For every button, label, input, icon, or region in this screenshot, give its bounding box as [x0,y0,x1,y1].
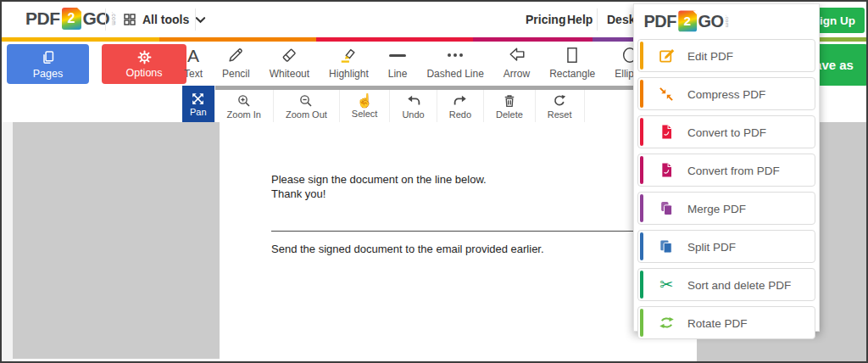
menu-item-convert-to-pdf[interactable]: Convert to PDF [637,115,815,148]
document-paragraph: Send the signed document to the email pr… [271,242,544,256]
pan-icon [191,92,205,106]
menu-item-rotate-pdf[interactable]: Rotate PDF [637,306,815,339]
logo-go-text: GO [698,12,724,31]
menu-item-split-pdf[interactable]: Split PDF [637,230,815,263]
tool-highlight[interactable]: Highlight [321,44,376,84]
gear-icon [136,49,153,65]
header-divider [105,8,106,31]
accent-bar [640,232,643,260]
tool-dashed-line[interactable]: Dashed Line [419,44,491,84]
highlighter-icon [339,45,358,65]
pdf-file-icon [657,123,676,142]
annotation-tools: A Text Pencil [176,44,653,84]
document-paragraph: Please sign the document on the line bel… [271,172,487,201]
pencil-icon [226,45,245,65]
arrow-icon [508,45,526,65]
pdf2go-logo[interactable]: PDF 2 GO .com [634,4,810,37]
page-placeholder-left [13,122,220,359]
nav-help[interactable]: Help [567,2,593,37]
tool-pencil[interactable]: Pencil [214,44,258,84]
tool-arrow[interactable]: Arrow [496,44,537,84]
chevron-down-icon [195,16,206,24]
accent-bar [640,271,643,299]
accent-bar [640,118,643,146]
logo-2-badge: 2 [62,8,81,30]
logo-pdf-text: PDF [643,12,676,31]
pdf2go-logo[interactable]: PDF 2 GO .com [25,8,116,30]
tool-text[interactable]: A Text [176,44,210,84]
canvas-tool-zoom-out[interactable]: Zoom Out [274,90,340,122]
undo-icon [406,93,421,109]
canvas-tool-undo[interactable]: Undo [390,90,437,122]
accent-bar [640,80,643,108]
tool-line[interactable]: Line [381,44,415,84]
pages-button[interactable]: Pages [7,44,89,84]
canvas-tool-zoom-in[interactable]: Zoom In [215,90,274,122]
scissors-icon: ✂ [657,276,676,294]
reset-icon [552,93,567,109]
compress-pdf-icon [657,85,676,103]
logo-2-badge: 2 [678,11,697,32]
menu-item-merge-pdf[interactable]: Merge PDF [637,192,815,225]
tool-whiteout[interactable]: Whiteout [262,44,317,84]
options-button[interactable]: Options [102,44,186,84]
accent-bar [640,156,643,184]
header-divider [597,8,598,31]
canvas-toolbar: Pan Zoom In Zoom Out [182,86,585,122]
rotate-pdf-icon [657,314,676,332]
tool-rectangle[interactable]: Rectangle [542,44,603,84]
split-pdf-icon [657,237,676,256]
pdf-file-icon [657,161,676,180]
zoom-out-icon [298,93,314,109]
logo-com-text: .com [725,14,730,27]
accent-bar [640,194,643,222]
logo-pdf-text: PDF [25,8,60,29]
accent-bar [640,42,643,70]
accent-bar [640,309,643,337]
signature-line [271,231,663,232]
canvas-tool-select[interactable]: ☝ Select [340,90,391,122]
text-icon: A [187,45,199,65]
header-divider [195,8,196,31]
menu-item-convert-from-pdf[interactable]: Convert from PDF [637,154,815,187]
merge-pdf-icon [657,199,676,218]
canvas-tool-reset[interactable]: Reset [536,90,585,122]
grid-icon [123,13,136,26]
eraser-icon [280,45,298,65]
line-icon [389,45,406,65]
redo-icon [453,93,468,109]
menu-item-compress-pdf[interactable]: Compress PDF [637,77,815,110]
pages-icon [40,49,57,66]
menu-item-sort-delete-pdf[interactable]: ✂ Sort and delete PDF [637,268,815,301]
nav-pricing[interactable]: Pricing [526,2,565,37]
all-tools-label: All tools [142,13,189,26]
rectangle-icon [563,45,581,65]
pages-label: Pages [33,68,63,80]
options-label: Options [125,67,162,79]
document-page[interactable]: Please sign the document on the line bel… [220,122,697,363]
canvas-tool-redo[interactable]: Redo [437,90,484,122]
dashed-line-icon [448,45,463,65]
select-hand-icon: ☝ [356,94,373,108]
pdf2go-editor-window: PDF 2 GO .com All tools Pricing Help Des… [0,0,868,363]
canvas-tool-pan[interactable]: Pan [182,86,215,122]
edit-pdf-icon [657,47,676,65]
all-tools-dropdown[interactable]: All tools [113,2,216,37]
menu-item-edit-pdf[interactable]: Edit PDF [637,39,815,72]
all-tools-menu-panel: PDF 2 GO .com Edit PDF [633,3,820,332]
zoom-in-icon [236,93,252,109]
canvas-tool-delete[interactable]: Delete [484,90,536,122]
viewer-gutter [2,122,13,363]
trash-icon [502,93,517,109]
